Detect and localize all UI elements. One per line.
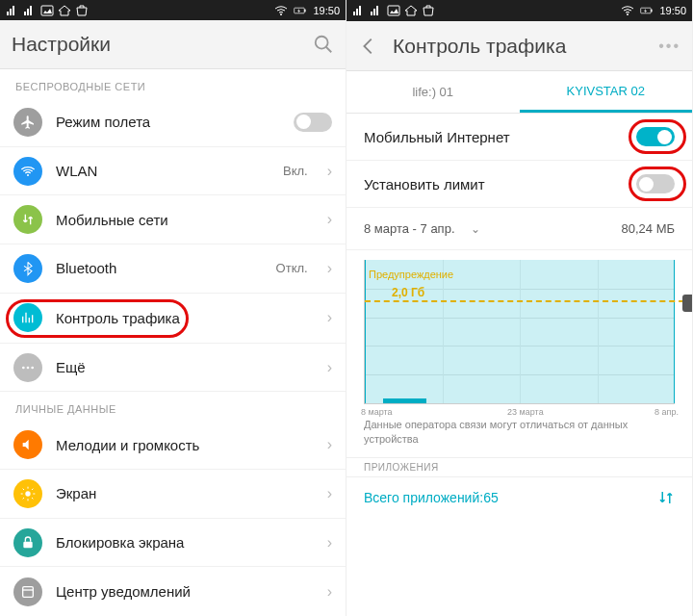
wifi-icon — [621, 5, 634, 16]
tab-sim1[interactable]: life:) 01 — [346, 71, 520, 113]
svg-point-8 — [27, 366, 30, 369]
svg-rect-11 — [23, 541, 32, 548]
row-traffic-control[interactable]: Контроль трафика › — [0, 294, 346, 344]
row-label: Мобильные сети — [56, 212, 308, 228]
notification-icon — [13, 578, 42, 606]
store-icon — [75, 5, 89, 16]
sim-tabs: life:) 01 KYIVSTAR 02 — [346, 71, 692, 114]
chevron-right-icon: › — [327, 163, 332, 180]
signal-icon — [6, 5, 19, 16]
warning-handle[interactable] — [682, 295, 693, 312]
sound-icon — [13, 430, 42, 459]
warning-value: 2,0 Гб — [392, 286, 424, 299]
row-more[interactable]: Ещё › — [0, 344, 346, 393]
period-row[interactable]: 8 марта - 7 апр. ⌄ 80,24 МБ — [346, 208, 692, 250]
status-time: 19:50 — [313, 5, 340, 16]
svg-point-1 — [280, 13, 282, 15]
tab-sim2[interactable]: KYIVSTAR 02 — [520, 71, 693, 113]
chevron-right-icon: › — [327, 534, 332, 552]
svg-point-9 — [31, 366, 34, 369]
image-icon — [40, 5, 54, 16]
row-label: Блокировка экрана — [56, 534, 308, 551]
svg-rect-17 — [652, 10, 653, 13]
row-label: Мобильный Интернет — [364, 129, 636, 145]
traffic-header: Контроль трафика ••• — [346, 21, 692, 71]
row-airplane[interactable]: Режим полета — [0, 98, 346, 147]
chart-icon — [13, 303, 42, 332]
row-value: Откл. — [276, 261, 308, 275]
row-label: Центр уведомлений — [56, 583, 308, 600]
chevron-down-icon: ⌄ — [471, 222, 480, 236]
row-label: Установить лимит — [364, 176, 636, 192]
airplane-icon — [13, 108, 42, 137]
wifi-icon — [274, 5, 288, 16]
row-value: Вкл. — [283, 164, 308, 178]
selected-range[interactable] — [365, 260, 675, 403]
row-mobile-internet[interactable]: Мобильный Интернет — [346, 114, 692, 161]
section-apps-label: ПРИЛОЖЕНИЯ — [346, 457, 692, 476]
chevron-right-icon: › — [327, 485, 332, 502]
warning-line[interactable] — [365, 300, 693, 302]
signal-icon — [352, 5, 366, 16]
row-sound[interactable]: Мелодии и громкость › — [0, 421, 346, 470]
svg-point-10 — [25, 491, 30, 496]
row-label: Bluetooth — [56, 260, 263, 276]
row-apps-total[interactable]: Всего приложений:65 — [346, 476, 692, 518]
row-set-limit[interactable]: Установить лимит — [346, 161, 692, 208]
chevron-right-icon: › — [327, 309, 332, 326]
usage-chart: Предупреждение 2,0 Гб 8 марта 23 марта 8… — [346, 250, 692, 408]
row-display[interactable]: Экран › — [0, 470, 346, 519]
mobile-internet-toggle[interactable] — [636, 127, 675, 146]
sort-icon[interactable] — [657, 489, 675, 506]
dots-icon — [13, 353, 42, 382]
wifi-icon — [13, 157, 42, 186]
axis-tick: 23 марта — [507, 407, 544, 417]
row-mobile-networks[interactable]: Мобильные сети › — [0, 195, 346, 244]
more-icon[interactable]: ••• — [658, 38, 680, 55]
settings-screen: 19:50 Настройки БЕСПРОВОДНЫЕ СЕТИ Режим … — [0, 0, 346, 616]
signal-icon — [23, 5, 37, 16]
row-bluetooth[interactable]: Bluetooth Откл. › — [0, 244, 346, 294]
row-label: Режим полета — [56, 114, 280, 130]
row-wlan[interactable]: WLAN Вкл. › — [0, 147, 346, 196]
chevron-right-icon: › — [327, 359, 332, 376]
set-limit-toggle[interactable] — [636, 174, 675, 193]
home-icon — [58, 5, 71, 16]
svg-rect-0 — [41, 6, 53, 15]
data-transfer-icon — [13, 205, 42, 234]
image-icon — [387, 5, 400, 16]
page-title: Контроль трафика — [393, 35, 566, 58]
traffic-screen: 19:50 Контроль трафика ••• life:) 01 KYI… — [346, 0, 693, 616]
row-label: Мелодии и громкость — [56, 437, 308, 453]
chart-area[interactable]: Предупреждение 2,0 Гб 8 марта 23 марта 8… — [364, 260, 675, 404]
chevron-right-icon: › — [327, 583, 332, 601]
section-wireless-label: БЕСПРОВОДНЫЕ СЕТИ — [0, 69, 346, 98]
back-icon[interactable] — [358, 36, 379, 57]
period-label: 8 марта - 7 апр. — [364, 221, 455, 236]
svg-rect-3 — [305, 9, 306, 12]
chevron-right-icon: › — [327, 260, 332, 277]
data-bar — [383, 398, 426, 403]
axis-tick: 8 марта — [361, 407, 393, 417]
svg-point-7 — [22, 366, 25, 369]
page-title: Настройки — [12, 33, 111, 56]
row-label: Контроль трафика — [56, 310, 308, 326]
svg-rect-12 — [23, 586, 34, 597]
lock-icon — [13, 528, 42, 557]
status-bar: 19:50 — [346, 0, 692, 21]
section-personal-label: ЛИЧНЫЕ ДАННЫЕ — [0, 392, 346, 421]
axis-tick: 8 апр. — [654, 407, 679, 417]
row-label: Экран — [56, 485, 308, 501]
warning-label: Предупреждение — [369, 269, 453, 280]
svg-point-4 — [316, 37, 328, 49]
row-lockscreen[interactable]: Блокировка экрана › — [0, 519, 346, 568]
row-notifications[interactable]: Центр уведомлений › — [0, 567, 346, 616]
battery-charging-icon — [640, 5, 654, 16]
row-label: WLAN — [56, 163, 270, 179]
svg-rect-14 — [388, 6, 399, 15]
home-icon — [404, 5, 418, 16]
search-icon[interactable] — [313, 34, 334, 55]
bluetooth-icon — [13, 254, 42, 283]
airplane-toggle[interactable] — [294, 113, 332, 132]
status-time: 19:50 — [659, 5, 686, 16]
